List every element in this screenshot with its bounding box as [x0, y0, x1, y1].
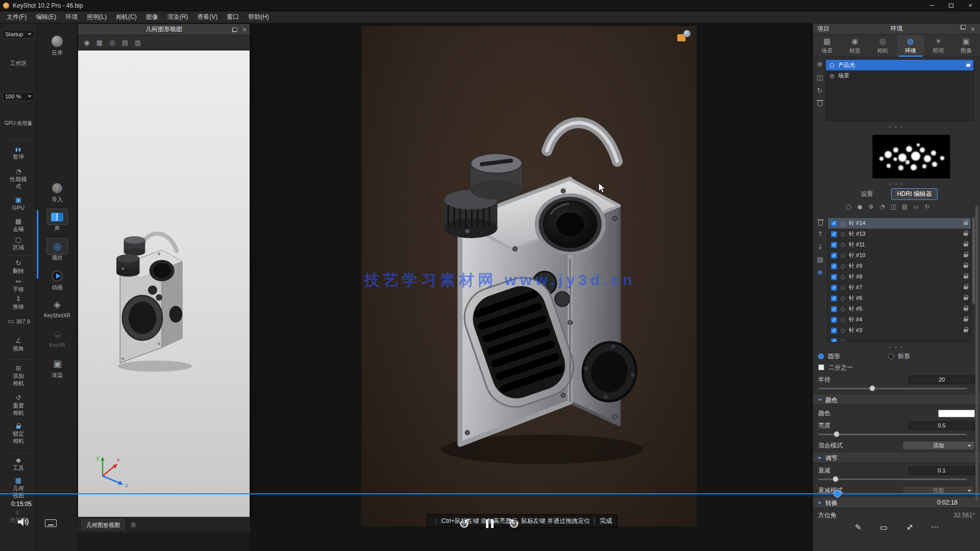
pin-checkbox[interactable]	[831, 253, 837, 259]
close-icon[interactable]	[970, 25, 976, 33]
pin-row[interactable]: 针 #13	[828, 229, 971, 239]
tab-camera[interactable]: 相机	[869, 35, 897, 57]
lock-icon[interactable]	[964, 243, 968, 246]
render-viewport[interactable]: 技艺学习素材网 www.jy3d.cn	[361, 26, 697, 527]
video-timeline[interactable]	[0, 493, 980, 494]
distance-field[interactable]: 387.9	[0, 317, 37, 325]
menu-help[interactable]: 帮助(H)	[243, 11, 274, 23]
tab-environment[interactable]: 环境	[897, 35, 925, 57]
move-down-icon[interactable]	[816, 243, 824, 251]
pin-row[interactable]: 针 #8	[828, 271, 971, 282]
falloff-slider-knob[interactable]	[832, 476, 839, 482]
pin-checkbox[interactable]	[831, 263, 837, 269]
duplicate-environment-icon[interactable]	[816, 73, 824, 82]
denoise-button[interactable]: 去噪	[0, 217, 37, 233]
pin-tool-copy-icon[interactable]	[890, 203, 897, 211]
tools-button[interactable]: 工具	[0, 456, 37, 472]
flip-button[interactable]: 翻转	[0, 259, 37, 275]
camera-icon[interactable]	[108, 39, 116, 47]
half-checkbox[interactable]	[818, 364, 824, 370]
pin-tool-group-icon[interactable]	[901, 203, 909, 211]
lock-camera-button[interactable]: 锁定相机	[0, 423, 37, 444]
undock-icon[interactable]	[961, 25, 966, 30]
fov-button[interactable]: 视角	[0, 337, 37, 353]
dolly-button[interactable]: 推移	[0, 295, 37, 311]
pin-row[interactable]: 针 #10	[828, 250, 971, 261]
menu-file[interactable]: 文件(F)	[2, 11, 31, 23]
lock-icon[interactable]	[964, 254, 968, 257]
splitter-handle[interactable]	[813, 124, 980, 130]
lock-icon[interactable]	[964, 318, 968, 321]
tab-library[interactable]: 库	[127, 520, 140, 531]
falloff-slider[interactable]	[818, 479, 967, 480]
volume-icon[interactable]	[17, 517, 31, 527]
forward-button[interactable]: 30	[505, 515, 523, 536]
adjust-section-header[interactable]: 调节	[813, 453, 980, 463]
pan-button[interactable]: 平移	[0, 278, 37, 293]
brightness-slider[interactable]	[818, 434, 967, 435]
pin-row[interactable]: 针 #3	[828, 325, 971, 336]
menu-edit[interactable]: 编辑(E)	[31, 11, 61, 23]
radius-value[interactable]: 20	[909, 375, 975, 384]
pin-tool-rect-icon[interactable]	[912, 203, 920, 211]
pin-row[interactable]: 针 #5	[828, 304, 971, 314]
color-section-header[interactable]: 颜色	[813, 395, 980, 405]
rewind-button[interactable]: 10	[456, 515, 473, 536]
pin-checkbox[interactable]	[831, 306, 837, 312]
pin-checkbox[interactable]	[831, 295, 837, 302]
tab-material[interactable]: 材质	[841, 35, 869, 57]
geometry-panel-titlebar[interactable]: 几何图形视图	[78, 24, 250, 35]
move-up-icon[interactable]	[816, 230, 824, 238]
pin-row-partial[interactable]	[828, 336, 971, 342]
tab-geometry-view[interactable]: 几何图形视图	[82, 519, 125, 531]
pause-playback-button[interactable]	[486, 519, 494, 528]
render-button[interactable]: 渲染	[37, 357, 78, 379]
expand-icon[interactable]	[902, 520, 916, 535]
pin-checkbox[interactable]	[831, 328, 837, 334]
cloud-library-button[interactable]: 云库	[37, 35, 78, 57]
project-button[interactable]: 项目	[37, 240, 78, 262]
scene-tree-icon[interactable]	[134, 39, 142, 47]
project-panel-header[interactable]: 项目 环境	[813, 23, 980, 35]
geometry-icon[interactable]	[95, 39, 104, 47]
pin-row[interactable]: 针 #11	[828, 239, 971, 250]
group-icon[interactable]	[816, 256, 824, 264]
lock-icon[interactable]	[964, 308, 968, 311]
close-button[interactable]: ×	[961, 0, 980, 11]
gpu-mode-button[interactable]: GPU	[0, 196, 37, 212]
pin-row[interactable]: 针 #14	[828, 218, 971, 229]
pin-row[interactable]: 针 #4	[828, 314, 971, 325]
import-button[interactable]: 导入	[37, 182, 78, 204]
menu-environment[interactable]: 环境	[61, 11, 82, 23]
performance-mode-button[interactable]: 性能模式	[0, 167, 37, 190]
add-environment-icon[interactable]	[816, 60, 824, 68]
timeline-handle[interactable]	[834, 490, 841, 497]
pin-row[interactable]: 针 #6	[828, 293, 971, 304]
falloff-value[interactable]: 0.1	[909, 466, 975, 475]
lock-icon[interactable]	[964, 329, 968, 332]
settings-icon[interactable]	[83, 39, 91, 47]
tab-scene[interactable]: 场景	[813, 35, 841, 57]
pin-checkbox[interactable]	[831, 274, 837, 280]
menu-lighting[interactable]: 照明(L)	[82, 11, 111, 23]
reset-camera-button[interactable]: 重置相机	[0, 394, 37, 417]
close-icon[interactable]	[241, 26, 248, 34]
menu-view[interactable]: 查看(V)	[192, 11, 222, 23]
brightness-value[interactable]: 0.5	[909, 421, 975, 430]
pin-checkbox[interactable]	[831, 285, 837, 291]
menu-camera[interactable]: 相机(C)	[111, 11, 141, 23]
pause-button[interactable]: 暂停	[0, 145, 37, 161]
undock-icon[interactable]	[232, 28, 237, 32]
hdri-preview[interactable]	[872, 135, 950, 179]
pin-tool-circle-icon[interactable]	[845, 203, 852, 211]
pin-checkbox[interactable]	[831, 338, 837, 343]
grid-icon[interactable]	[121, 39, 129, 47]
color-swatch[interactable]	[938, 410, 975, 417]
minimize-button[interactable]	[922, 0, 941, 11]
region-button[interactable]: 区域	[0, 236, 37, 252]
add-camera-button[interactable]: 添加相机	[0, 364, 37, 387]
pin-list-scrollbar[interactable]	[972, 217, 975, 304]
tab-lighting[interactable]: 照明	[924, 35, 952, 57]
splitter-handle[interactable]	[813, 345, 980, 350]
keyshotxr-button[interactable]: KeyShotXR	[37, 298, 78, 318]
